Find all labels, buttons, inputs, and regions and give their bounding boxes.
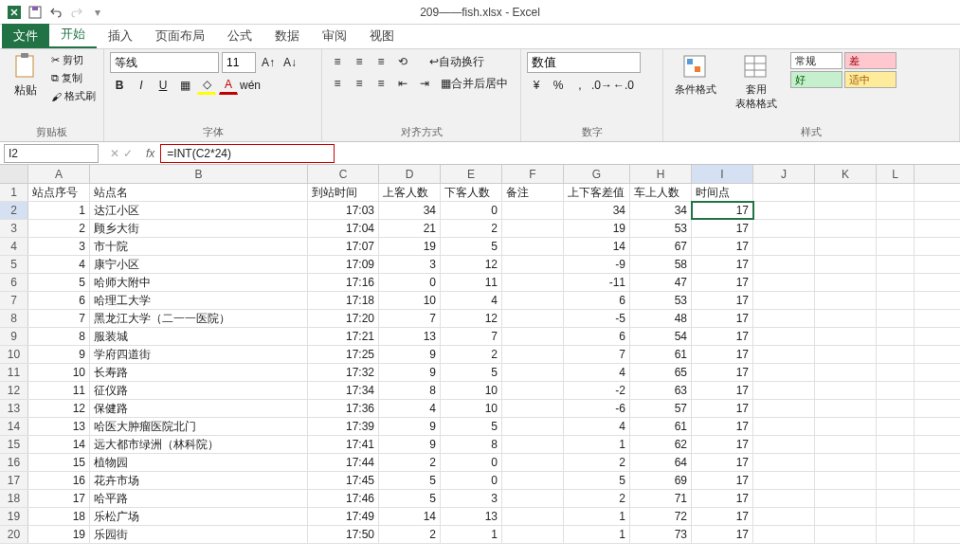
cell-L17[interactable] — [877, 472, 915, 489]
cell-I2[interactable]: 17 — [692, 202, 753, 219]
cell-D19[interactable]: 14 — [379, 508, 441, 525]
cell-K17[interactable] — [815, 472, 877, 489]
cell-H12[interactable]: 63 — [630, 382, 692, 399]
column-header-E[interactable]: E — [441, 165, 502, 183]
row-header-13[interactable]: 13 — [0, 400, 28, 417]
increase-decimal-icon[interactable]: .0→ — [592, 76, 611, 95]
cell-A14[interactable]: 13 — [28, 418, 90, 435]
cell-F16[interactable] — [502, 454, 564, 471]
column-header-I[interactable]: I — [692, 165, 753, 183]
cut-button[interactable]: ✂剪切 — [49, 52, 98, 68]
cell-J5[interactable] — [753, 256, 815, 273]
cell-K13[interactable] — [815, 400, 877, 417]
cell-A18[interactable]: 17 — [28, 490, 90, 507]
fill-color-button[interactable]: ◇ — [197, 76, 216, 95]
cell-K8[interactable] — [815, 310, 877, 327]
cell-G4[interactable]: 14 — [564, 238, 630, 255]
cell-D3[interactable]: 21 — [379, 220, 441, 237]
cell-J18[interactable] — [753, 490, 815, 507]
cell-C7[interactable]: 17:18 — [308, 292, 379, 309]
cell-H9[interactable]: 54 — [630, 328, 692, 345]
column-header-A[interactable]: A — [28, 165, 90, 183]
cell-H7[interactable]: 53 — [630, 292, 692, 309]
cell-I1[interactable]: 时间点 — [692, 184, 753, 201]
cell-D14[interactable]: 9 — [379, 418, 441, 435]
cell-G15[interactable]: 1 — [564, 436, 630, 453]
row-header-11[interactable]: 11 — [0, 364, 28, 381]
cell-F19[interactable] — [502, 508, 564, 525]
row-header-4[interactable]: 4 — [0, 238, 28, 255]
cell-A11[interactable]: 10 — [28, 364, 90, 381]
select-all-corner[interactable] — [0, 165, 28, 183]
cell-J6[interactable] — [753, 274, 815, 291]
cell-L14[interactable] — [877, 418, 915, 435]
cell-E1[interactable]: 下客人数 — [441, 184, 502, 201]
cell-E3[interactable]: 2 — [441, 220, 502, 237]
cell-L7[interactable] — [877, 292, 915, 309]
cell-I3[interactable]: 17 — [692, 220, 753, 237]
cell-D11[interactable]: 9 — [379, 364, 441, 381]
cell-B13[interactable]: 保健路 — [90, 400, 308, 417]
cell-G17[interactable]: 5 — [564, 472, 630, 489]
cell-L20[interactable] — [877, 526, 915, 543]
cell-K3[interactable] — [815, 220, 877, 237]
row-header-18[interactable]: 18 — [0, 490, 28, 507]
cell-C8[interactable]: 17:20 — [308, 310, 379, 327]
cell-F15[interactable] — [502, 436, 564, 453]
tab-home[interactable]: 开始 — [49, 22, 97, 48]
cell-G13[interactable]: -6 — [564, 400, 630, 417]
enter-icon[interactable]: ✓ — [123, 147, 133, 160]
cell-J20[interactable] — [753, 526, 815, 543]
cell-G3[interactable]: 19 — [564, 220, 630, 237]
cell-K15[interactable] — [815, 436, 877, 453]
cell-F20[interactable] — [502, 526, 564, 543]
cell-L11[interactable] — [877, 364, 915, 381]
tab-file[interactable]: 文件 — [2, 24, 49, 48]
cell-H4[interactable]: 67 — [630, 238, 692, 255]
cell-E9[interactable]: 7 — [441, 328, 502, 345]
cell-A20[interactable]: 19 — [28, 526, 90, 543]
cell-E10[interactable]: 2 — [441, 346, 502, 363]
cell-H3[interactable]: 53 — [630, 220, 692, 237]
cell-L10[interactable] — [877, 346, 915, 363]
align-left-icon[interactable]: ≡ — [328, 74, 347, 93]
row-header-19[interactable]: 19 — [0, 508, 28, 525]
cell-B8[interactable]: 黑龙江大学（二一一医院） — [90, 310, 308, 327]
cell-L4[interactable] — [877, 238, 915, 255]
cell-F1[interactable]: 备注 — [502, 184, 564, 201]
cell-G5[interactable]: -9 — [564, 256, 630, 273]
currency-icon[interactable]: ¥ — [527, 76, 546, 95]
qat-customize-icon[interactable]: ▾ — [87, 2, 108, 23]
row-header-14[interactable]: 14 — [0, 418, 28, 435]
cell-H1[interactable]: 车上人数 — [630, 184, 692, 201]
cancel-icon[interactable]: ✕ — [110, 147, 119, 160]
cell-B12[interactable]: 征仪路 — [90, 382, 308, 399]
paste-button[interactable]: 粘贴 — [6, 52, 45, 104]
cell-F4[interactable] — [502, 238, 564, 255]
cell-A16[interactable]: 15 — [28, 454, 90, 471]
cell-D8[interactable]: 7 — [379, 310, 441, 327]
percent-icon[interactable]: % — [549, 76, 568, 95]
cell-C16[interactable]: 17:44 — [308, 454, 379, 471]
cell-H17[interactable]: 69 — [630, 472, 692, 489]
cell-A17[interactable]: 16 — [28, 472, 90, 489]
format-painter-button[interactable]: 🖌格式刷 — [49, 88, 98, 104]
row-header-15[interactable]: 15 — [0, 436, 28, 453]
row-header-12[interactable]: 12 — [0, 382, 28, 399]
cell-D2[interactable]: 34 — [379, 202, 441, 219]
wrap-text-button[interactable]: ↩自动换行 — [426, 52, 488, 71]
cell-B9[interactable]: 服装城 — [90, 328, 308, 345]
cell-D20[interactable]: 2 — [379, 526, 441, 543]
cell-I20[interactable]: 17 — [692, 526, 753, 543]
row-header-2[interactable]: 2 — [0, 202, 28, 219]
cell-C9[interactable]: 17:21 — [308, 328, 379, 345]
cell-I16[interactable]: 17 — [692, 454, 753, 471]
cell-L5[interactable] — [877, 256, 915, 273]
decrease-decimal-icon[interactable]: ←.0 — [614, 76, 633, 95]
cell-H14[interactable]: 61 — [630, 418, 692, 435]
cell-A5[interactable]: 4 — [28, 256, 90, 273]
column-header-C[interactable]: C — [308, 165, 379, 183]
cell-D4[interactable]: 19 — [379, 238, 441, 255]
cell-F8[interactable] — [502, 310, 564, 327]
cell-H6[interactable]: 47 — [630, 274, 692, 291]
